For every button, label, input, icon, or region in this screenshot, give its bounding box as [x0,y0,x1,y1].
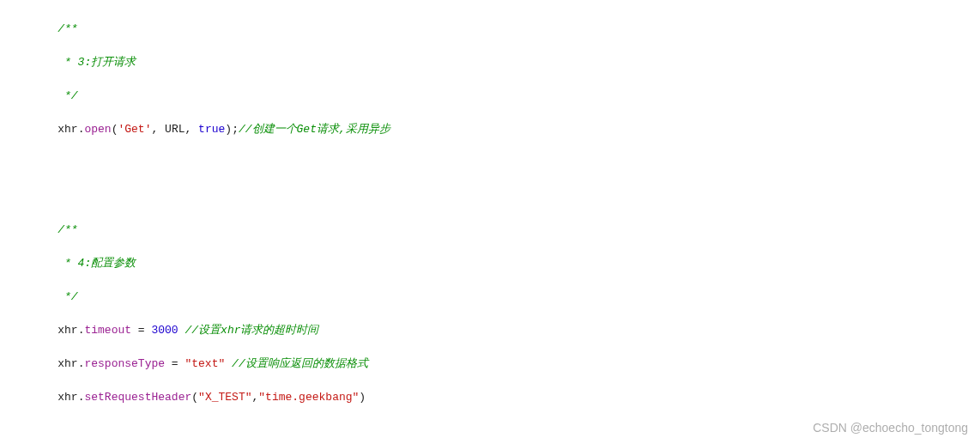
code-line-setheader: xhr.setRequestHeader("X_TEST","time.geek… [31,389,971,406]
code-line-responsetype: xhr.responseType = "text" //设置响应返回的数据格式 [31,356,971,373]
comment-line: * 4:配置参数 [31,255,971,272]
comment-line: /** [31,21,971,38]
blank-line [31,188,971,205]
comment-line: /** [31,222,971,239]
code-editor: /** * 3:打开请求 */ xhr.open('Get', URL, tru… [0,0,980,444]
blank-line [31,155,971,172]
comment-line: * 3:打开请求 [31,54,971,71]
comment-line: */ [31,88,971,105]
blank-line [31,423,971,440]
code-line-timeout: xhr.timeout = 3000 //设置xhr请求的超时时间 [31,322,971,339]
comment-line: */ [31,289,971,306]
code-line-open: xhr.open('Get', URL, true);//创建一个Get请求,采… [31,121,971,138]
